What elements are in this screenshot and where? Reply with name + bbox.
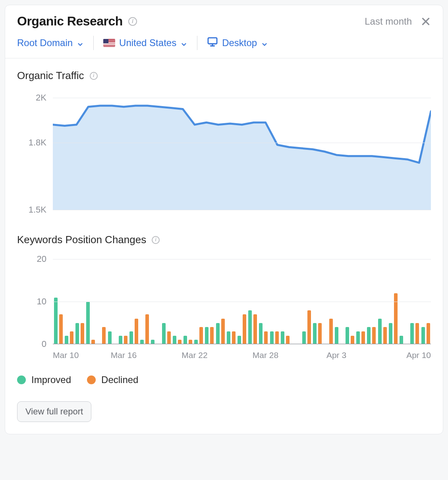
- bar-declined: [253, 314, 257, 344]
- country-filter[interactable]: United States: [103, 37, 197, 48]
- bar-group: [193, 251, 204, 344]
- country-filter-label: United States: [119, 37, 176, 48]
- scope-filter[interactable]: Root Domain: [17, 37, 93, 48]
- traffic-chart-wrap: 2K1.8K1.5K: [17, 87, 431, 210]
- grid-line: [53, 98, 431, 98]
- traffic-chart: 2K1.8K1.5K: [53, 87, 431, 210]
- x-tick-label: Mar 22: [182, 350, 207, 360]
- bar-improved: [313, 323, 317, 344]
- bar-improved: [421, 327, 425, 344]
- bar-improved: [400, 336, 403, 344]
- view-full-report-button[interactable]: View full report: [17, 401, 91, 422]
- grid-line: [53, 210, 431, 210]
- grid-line: [53, 259, 431, 259]
- bar-group: [269, 251, 280, 344]
- bar-declined: [318, 323, 322, 344]
- bar-improved: [356, 331, 360, 344]
- y-tick-label: 2K: [36, 93, 46, 103]
- bar-declined: [59, 314, 63, 344]
- grid-line: [53, 302, 431, 302]
- y-tick-label: 1.5K: [29, 205, 46, 215]
- bar-improved: [119, 336, 122, 344]
- bar-improved: [389, 323, 392, 344]
- bar-improved: [410, 323, 414, 344]
- bar-group: [344, 251, 355, 344]
- legend-declined-label: Declined: [101, 374, 138, 385]
- bar-group: [388, 251, 398, 344]
- bar-group: [150, 251, 161, 344]
- keywords-chart: Mar 10Mar 16Mar 22Mar 28Apr 3Apr 10 2010…: [53, 251, 431, 360]
- traffic-title-wrap: Organic Traffic i: [17, 70, 431, 82]
- x-tick-label: Mar 16: [111, 350, 137, 360]
- organic-research-card: Organic Research i Last month Root Domai…: [5, 5, 443, 434]
- bar-improved: [238, 336, 241, 344]
- y-tick-label: 1.8K: [29, 137, 46, 148]
- info-icon[interactable]: i: [90, 72, 98, 80]
- info-icon[interactable]: i: [128, 17, 137, 26]
- x-tick-label: Apr 10: [406, 350, 431, 360]
- bar-group: [74, 251, 85, 344]
- legend-improved[interactable]: Improved: [17, 374, 71, 385]
- bar-group: [64, 251, 74, 344]
- bar-declined: [307, 310, 311, 344]
- bar-group: [182, 251, 193, 344]
- info-icon[interactable]: i: [152, 236, 160, 244]
- bar-improved: [270, 331, 274, 344]
- bar-improved: [367, 327, 371, 344]
- bar-group: [226, 251, 236, 344]
- y-tick-label: 0: [42, 339, 46, 349]
- bar-improved: [346, 327, 349, 344]
- bar-group: [355, 251, 366, 344]
- keywords-chart-wrap: Mar 10Mar 16Mar 22Mar 28Apr 3Apr 10 2010…: [17, 251, 431, 360]
- bar-group: [139, 251, 150, 344]
- bar-declined: [145, 314, 149, 344]
- bar-group: [204, 251, 215, 344]
- bar-group: [409, 251, 420, 344]
- bar-declined: [351, 336, 354, 344]
- bar-group: [377, 251, 388, 344]
- device-filter[interactable]: Desktop: [207, 36, 278, 50]
- bar-group: [312, 251, 323, 344]
- keywords-section: Keywords Position Changes i Mar 10Mar 16…: [17, 234, 431, 385]
- chevron-down-icon: [261, 39, 268, 46]
- bar-declined: [167, 331, 171, 344]
- device-filter-label: Desktop: [222, 37, 257, 48]
- title-wrap: Organic Research i: [17, 14, 137, 29]
- bar-group: [53, 251, 64, 344]
- bar-group: [399, 251, 409, 344]
- bar-group: [301, 251, 312, 344]
- bar-group: [107, 251, 118, 344]
- card-title: Organic Research: [17, 14, 123, 29]
- header-controls: Last month: [365, 16, 431, 27]
- grid-line: [53, 143, 431, 143]
- x-ticks: Mar 10Mar 16Mar 22Mar 28Apr 3Apr 10: [53, 348, 431, 360]
- y-tick-label: 10: [37, 296, 46, 307]
- bar-declined: [286, 336, 290, 344]
- bar-group: [215, 251, 226, 344]
- bar-improved: [86, 302, 90, 344]
- bar-declined: [264, 331, 268, 344]
- period-label[interactable]: Last month: [365, 16, 412, 27]
- keywords-title: Keywords Position Changes: [17, 234, 146, 246]
- filter-divider: [197, 36, 197, 50]
- legend-declined[interactable]: Declined: [87, 374, 138, 385]
- x-tick-label: Mar 10: [53, 350, 79, 360]
- bar-improved: [378, 319, 382, 344]
- bar-declined: [383, 327, 387, 344]
- bar-declined: [394, 293, 398, 344]
- bar-improved: [248, 310, 252, 344]
- card-body: Organic Traffic i 2K1.8K1.5K Keywords Po…: [5, 58, 443, 434]
- legend-improved-label: Improved: [31, 374, 71, 385]
- bar-declined: [361, 331, 365, 344]
- bar-group: [258, 251, 269, 344]
- bar-declined: [232, 331, 236, 344]
- close-icon[interactable]: [421, 16, 431, 27]
- traffic-title: Organic Traffic: [17, 70, 84, 82]
- bar-declined: [329, 319, 333, 344]
- bar-group: [290, 251, 301, 344]
- bar-improved: [108, 331, 112, 344]
- bar-improved: [302, 331, 306, 344]
- bar-declined: [81, 323, 84, 344]
- grid-line: [53, 344, 431, 345]
- chevron-down-icon: [77, 39, 84, 46]
